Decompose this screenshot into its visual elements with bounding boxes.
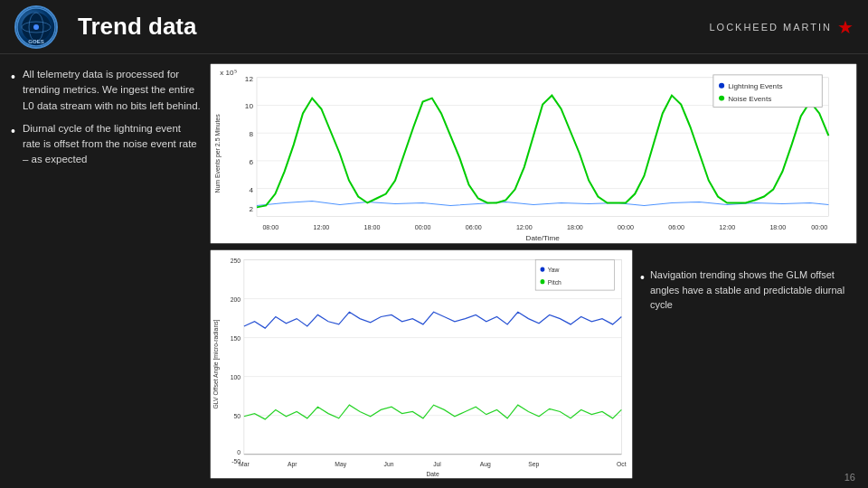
bullet-text-2: Diurnal cycle of the lightning event rat… <box>23 121 201 168</box>
main-content: • All telemetry data is processed for tr… <box>0 54 868 488</box>
svg-text:06:00: 06:00 <box>466 224 482 230</box>
svg-point-36 <box>719 96 724 101</box>
svg-text:2: 2 <box>249 205 253 213</box>
svg-text:100: 100 <box>231 374 241 380</box>
bottom-text-panel: • Navigation trending shows the GLM offs… <box>640 249 857 479</box>
svg-point-34 <box>719 83 724 89</box>
svg-text:12:00: 12:00 <box>516 224 533 230</box>
svg-text:Num Events per 2.5 Minutes: Num Events per 2.5 Minutes <box>214 114 222 193</box>
lm-star-icon: ★ <box>837 16 854 38</box>
svg-text:18:00: 18:00 <box>769 224 786 230</box>
bottom-row: 250 200 150 100 50 0 -50 <box>210 249 857 479</box>
lm-text: LOCKHEED MARTIN <box>709 22 832 33</box>
bullet-dot-3: • <box>640 268 645 287</box>
svg-text:0: 0 <box>237 449 241 455</box>
goes-logo: GOES <box>14 5 58 49</box>
svg-text:18:00: 18:00 <box>567 224 583 230</box>
svg-text:00:00: 00:00 <box>618 224 634 230</box>
svg-text:GLV Offset Angle [micro-radian: GLV Offset Angle [micro-radians] <box>212 319 220 408</box>
svg-text:GOES: GOES <box>28 39 43 44</box>
bullet-item-2: • Diurnal cycle of the lightning event r… <box>11 121 201 168</box>
svg-text:May: May <box>335 461 346 468</box>
svg-text:06:00: 06:00 <box>668 224 684 230</box>
svg-text:Aug: Aug <box>480 461 491 468</box>
svg-text:Date/Time: Date/Time <box>526 234 561 242</box>
bullet-item-1: • All telemetry data is processed for tr… <box>11 67 201 114</box>
svg-text:8: 8 <box>249 130 253 138</box>
svg-text:200: 200 <box>231 296 241 302</box>
svg-text:08:00: 08:00 <box>262 224 278 230</box>
svg-point-64 <box>541 267 545 271</box>
svg-text:6: 6 <box>249 158 253 166</box>
svg-text:Jun: Jun <box>384 461 394 467</box>
svg-text:12: 12 <box>245 75 254 83</box>
svg-text:Pitch: Pitch <box>548 279 561 286</box>
bullet-dot-2: • <box>11 122 15 141</box>
left-panel: • All telemetry data is processed for tr… <box>11 63 201 479</box>
svg-text:Noise Events: Noise Events <box>728 95 771 103</box>
svg-text:Mar: Mar <box>239 461 250 467</box>
svg-rect-63 <box>535 260 614 291</box>
bottom-bullet-text: Navigation trending shows the GLM offset… <box>650 267 857 313</box>
svg-text:18:00: 18:00 <box>364 224 381 230</box>
svg-text:250: 250 <box>231 257 241 263</box>
svg-point-4 <box>33 24 39 30</box>
svg-text:12:00: 12:00 <box>313 224 329 230</box>
slide-number: 16 <box>844 472 855 483</box>
svg-text:Jul: Jul <box>433 461 441 467</box>
svg-text:Date: Date <box>426 471 439 477</box>
logo-area: GOES Trend data <box>14 5 196 49</box>
header: GOES Trend data LOCKHEED MARTIN ★ <box>0 0 868 54</box>
bottom-bullet-item: • Navigation trending shows the GLM offs… <box>640 267 857 313</box>
bottom-chart: 250 200 150 100 50 0 -50 <box>210 249 633 479</box>
svg-point-66 <box>541 279 545 284</box>
right-panel: 12 10 8 6 4 2 x 10⁵ 08:00 12:00 18:00 00… <box>210 63 857 479</box>
top-chart: 12 10 8 6 4 2 x 10⁵ 08:00 12:00 18:00 00… <box>210 63 857 244</box>
svg-text:Apr: Apr <box>288 461 297 468</box>
svg-text:Sep: Sep <box>528 461 539 468</box>
svg-text:00:00: 00:00 <box>415 224 431 230</box>
svg-text:Lightning Events: Lightning Events <box>728 82 782 90</box>
bullet-text-1: All telemetry data is processed for tren… <box>23 67 201 114</box>
page-title: Trend data <box>78 13 196 41</box>
svg-text:x 10⁵: x 10⁵ <box>220 69 236 77</box>
svg-text:Yaw: Yaw <box>548 267 561 273</box>
lm-logo: LOCKHEED MARTIN ★ <box>709 16 854 38</box>
svg-text:Oct: Oct <box>617 461 627 467</box>
svg-text:4: 4 <box>249 186 253 194</box>
bullet-dot-1: • <box>11 68 15 87</box>
svg-text:12:00: 12:00 <box>719 224 735 230</box>
svg-text:10: 10 <box>245 103 254 111</box>
svg-text:00:00: 00:00 <box>811 224 827 230</box>
svg-text:150: 150 <box>231 335 241 342</box>
svg-text:50: 50 <box>233 413 241 419</box>
